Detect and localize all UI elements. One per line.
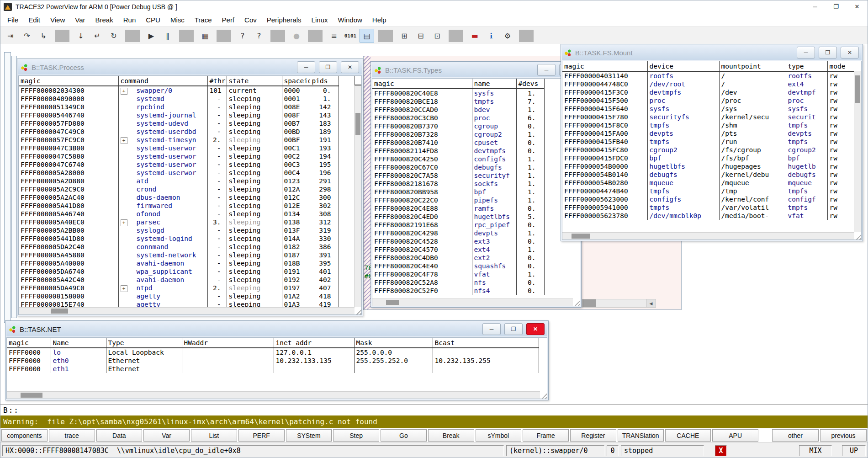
table-row[interactable]: FFFF00000415FB40 tmpfs /run tmpfs rw [562, 138, 855, 146]
menu-item[interactable]: Var [70, 14, 90, 26]
table-row[interactable]: FFFF000005A28000 +systemd-userwor - slee… [19, 169, 339, 177]
go-up-icon[interactable]: ↻ [106, 29, 121, 43]
scrollbar-thumb[interactable] [355, 113, 360, 135]
table-row[interactable]: FFFF8000820C3CB0 proc 6. [372, 114, 544, 122]
expand-plus-icon[interactable]: + [121, 285, 127, 292]
col-state[interactable]: state [227, 76, 282, 86]
menu-item[interactable]: File [2, 14, 23, 26]
menu-item[interactable]: Cov [239, 14, 262, 26]
scrollbar-thumb[interactable] [855, 75, 860, 103]
table-row[interactable]: FFFF0000051349C0 +rpcbind - sleeping 008… [19, 103, 339, 111]
table-row[interactable]: FFFF000005A46740 +ofonod - sleeping 0134… [19, 210, 339, 218]
softkey-button[interactable]: trace [49, 429, 95, 442]
background-hscrollbar[interactable]: ◀ [582, 299, 656, 308]
table-row[interactable]: FFFF8000820C52A8 nfs 0. [372, 278, 544, 287]
table-row[interactable]: FFFF8000820BB958 bpf 1. [372, 188, 544, 196]
fsmount-hscrollbar[interactable] [562, 232, 854, 240]
minimize-icon[interactable]: ─ [797, 47, 815, 59]
minimize-icon[interactable]: ─ [482, 323, 501, 335]
separator[interactable] [378, 30, 393, 42]
table-row[interactable]: FFFF000008158000 +agetty - sleeping 01A2… [19, 292, 339, 300]
table-row[interactable]: FFFF000004031140 rootfs / rootfs rw [562, 71, 855, 80]
table-row[interactable]: FFFF8000820B7410 cpuset 0. [372, 138, 544, 147]
resize-grip[interactable] [854, 233, 861, 240]
menu-item[interactable]: Linux [307, 14, 333, 26]
table-row[interactable]: FFFF8000820C4298 devpts 1. [372, 229, 544, 237]
col-name[interactable]: Name [51, 338, 106, 348]
close-icon[interactable]: ✕ [526, 323, 545, 335]
table-row[interactable]: FFFF8000820BCE18 tmpfs 7. [372, 97, 544, 106]
table-row[interactable]: FFFF00000415F780 securityfs /kernel/secu… [562, 113, 855, 121]
table-row[interactable]: FFFF00000415F3C0 devtmpfs /dev devtmpf r… [562, 88, 855, 96]
status-context-cell[interactable]: (kernel)::swapper/0 [506, 445, 604, 456]
step-return-icon[interactable]: ↵ [90, 29, 105, 43]
scrollbar-thumb[interactable] [21, 393, 42, 398]
minimize-icon[interactable]: ─ [537, 64, 556, 76]
menu-item[interactable]: Break [90, 14, 118, 26]
softkey-button[interactable]: Go [381, 429, 427, 442]
minimize-icon[interactable]: ─ [297, 61, 315, 73]
menu-item[interactable]: Help [367, 14, 392, 26]
table-row[interactable]: FFFF8000820CCAD0 bdev 1. [372, 106, 544, 114]
table-row[interactable]: FFFF000005A2BB00 +syslogd - sleeping 013… [19, 226, 339, 234]
table-row[interactable]: FFFF000005A40EC0 +parsec 3. sleeping 013… [19, 218, 339, 226]
col-magic[interactable]: magic [562, 61, 647, 71]
table-row[interactable]: FFFF0000047C3B00 +systemd-userwor - slee… [19, 144, 339, 152]
table-row[interactable]: FFFF0000044748C0 /dev/root / ext4 rw [562, 80, 855, 88]
table-row[interactable]: FFFF8000820C4E88 ramfs 0. [372, 204, 544, 213]
table-row[interactable]: FFFF00000415FA00 devpts /pts devpts rw [562, 129, 855, 138]
softkey-button[interactable]: Var [143, 429, 190, 442]
table-row[interactable]: FFFF0000 eth0 Ethernet 10.232.133.135 25… [7, 357, 539, 365]
table-row[interactable]: FFFF800082191E68 rpc_pipef 0. [372, 221, 544, 229]
table-row[interactable]: FFFF0000054B0280 mqueue /mqueue mqueue r… [562, 179, 855, 187]
dump-icon[interactable]: 0101 [343, 29, 358, 43]
context-help-icon[interactable]: ? [252, 29, 266, 43]
menu-item[interactable]: Run [118, 14, 141, 26]
col-bcast[interactable]: Bcast [433, 338, 539, 348]
softkey-button[interactable]: Frame [523, 429, 569, 442]
table-row[interactable]: FFFF0000054B0000 hugetlbfs /hugepages hu… [562, 162, 855, 170]
step-over-icon[interactable]: ↷ [20, 29, 34, 43]
menu-item[interactable]: Window [333, 14, 367, 26]
table-row[interactable]: FFFF800082114FD8 devtmpfs 0. [372, 147, 544, 155]
softkey-button[interactable]: Break [428, 429, 474, 442]
task-process-titlebar[interactable]: B::TASK.Process ─ ❐ ✕ [18, 60, 362, 75]
tools-icon[interactable]: ⚙ [500, 29, 515, 43]
col-mask[interactable]: Mask [354, 338, 433, 348]
process-vscrollbar[interactable] [354, 85, 361, 307]
process-hscrollbar[interactable] [19, 307, 355, 314]
table-row[interactable]: FFFF0000047C49C0 +systemd-userdbd - slee… [19, 128, 339, 136]
var-view-icon[interactable]: ⊟ [413, 29, 428, 43]
scroll-left-arrow-icon[interactable]: ◀ [646, 299, 656, 307]
table-row[interactable]: FFFF0000057FC9C0 +systemd-timesyn 2. sle… [19, 136, 339, 144]
breakpoint-list-icon[interactable]: ▬ [467, 29, 482, 43]
table-row[interactable]: FFFF00000415F640 sysfs /sys sysfs rw [562, 105, 855, 113]
maximize-icon[interactable]: ❐ [319, 61, 337, 73]
scrollbar-thumb[interactable] [386, 300, 399, 305]
task-fstypes-titlebar[interactable]: B::TASK.FS.Types ─ ❐ [372, 63, 580, 77]
step-icon[interactable]: ⇥ [3, 29, 18, 43]
minimize-icon[interactable]: ─ [804, 0, 826, 13]
table-row[interactable]: FFFF800082034300 +swapper/0 101 current … [19, 86, 339, 95]
softkey-button[interactable]: components [1, 429, 48, 442]
close-icon[interactable]: ✕ [847, 0, 868, 13]
close-icon[interactable]: ✕ [341, 61, 359, 73]
col-name[interactable]: name [472, 79, 516, 89]
table-row[interactable]: FFFF000005441D80 +systemd-logind - sleep… [19, 234, 339, 243]
menu-item[interactable]: CPU [141, 14, 165, 26]
scrollbar-thumb[interactable] [582, 299, 596, 307]
step-down-icon[interactable]: ↓ [74, 29, 88, 43]
table-row[interactable]: FFFF000004474B40 tmpfs /tmp tmpfs rw [562, 187, 855, 195]
break-icon[interactable]: ‖ [160, 29, 175, 43]
table-row[interactable]: FFFF8000820C4570 ext4 1. [372, 245, 544, 254]
separator[interactable] [179, 30, 194, 42]
table-row[interactable]: FFFF8000820C4ED0 hugetlbfs 5. [372, 213, 544, 221]
col-mountpoint[interactable]: mountpoint [719, 61, 786, 71]
scrollbar-thumb[interactable] [572, 234, 590, 239]
softkey-button[interactable]: List [191, 429, 237, 442]
table-row[interactable]: FFFF8000820C4528 ext3 0. [372, 237, 544, 245]
table-row[interactable]: FFFF000005A41D80 +firmwared - sleeping 0… [19, 202, 339, 210]
scrollbar-track[interactable] [596, 299, 646, 307]
softkey-button[interactable]: other [772, 429, 819, 442]
menu-item[interactable]: Trace [190, 14, 217, 26]
